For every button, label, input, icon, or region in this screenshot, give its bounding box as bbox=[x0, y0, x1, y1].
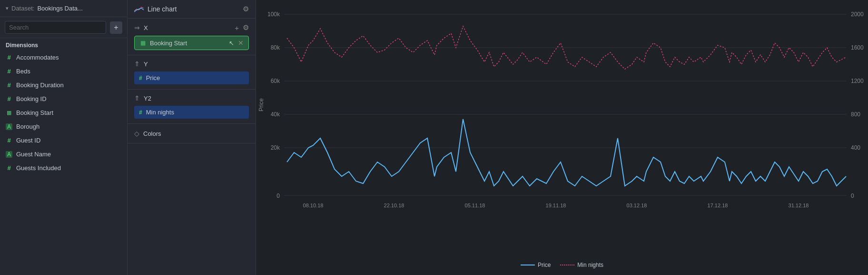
svg-text:400: 400 bbox=[851, 144, 860, 151]
list-item[interactable]: # Accommodates bbox=[0, 51, 127, 64]
hash-icon: # bbox=[6, 137, 12, 144]
x-field-label: Booking Start bbox=[150, 40, 225, 47]
dim-item-label: Booking Start bbox=[16, 109, 53, 116]
calendar-icon: ▦ bbox=[139, 40, 146, 46]
svg-text:22.10.18: 22.10.18 bbox=[384, 203, 404, 208]
y-field-chip[interactable]: # Price bbox=[134, 71, 249, 84]
svg-text:19.11.18: 19.11.18 bbox=[546, 203, 566, 208]
hash-icon: # bbox=[139, 75, 142, 81]
y2-field-chip[interactable]: # Min nights bbox=[134, 106, 249, 119]
y2-axis-header: ⇑ Y2 bbox=[134, 94, 249, 102]
x-axis-header: ⇒ X + ⚙ bbox=[134, 23, 249, 32]
y-field-label: Price bbox=[146, 74, 244, 81]
y2-field-label: Min nights bbox=[146, 109, 244, 116]
chart-title: Line chart bbox=[148, 5, 239, 13]
list-item[interactable]: A Guest Name bbox=[0, 147, 127, 161]
dataset-name: Bookings Data... bbox=[37, 5, 82, 12]
hash-icon: # bbox=[6, 68, 12, 75]
list-item[interactable]: # Booking ID bbox=[0, 92, 127, 106]
y-axis-header: ⇑ Y bbox=[134, 60, 249, 68]
list-item[interactable]: # Beds bbox=[0, 64, 127, 78]
dim-item-label: Borough bbox=[16, 123, 39, 130]
svg-text:Price: Price bbox=[258, 98, 265, 112]
dataset-header: ▾ Dataset: Bookings Data... bbox=[0, 0, 127, 17]
hash-icon: # bbox=[6, 164, 12, 172]
chart-header: Line chart ⚙ bbox=[128, 0, 256, 19]
svg-text:1600: 1600 bbox=[851, 44, 864, 51]
x-axis-section: ⇒ X + ⚙ ▦ Booking Start ↖ ✕ bbox=[128, 19, 256, 55]
svg-text:2000: 2000 bbox=[851, 11, 864, 18]
list-item[interactable]: A Borough bbox=[0, 120, 127, 133]
svg-text:40k: 40k bbox=[271, 111, 280, 118]
legend-min-nights-line bbox=[560, 265, 574, 265]
left-panel: ▾ Dataset: Bookings Data... + Dimensions… bbox=[0, 0, 128, 275]
svg-text:800: 800 bbox=[851, 111, 860, 118]
x-field-chip[interactable]: ▦ Booking Start ↖ ✕ bbox=[134, 36, 249, 50]
dim-item-label: Guest Name bbox=[16, 151, 51, 158]
cursor-icon: ↖ bbox=[229, 40, 234, 47]
y-axis-label: Y bbox=[144, 61, 249, 68]
dimensions-list: # Accommodates # Beds # Booking Duration… bbox=[0, 51, 127, 175]
svg-rect-0 bbox=[256, 0, 868, 275]
colors-section[interactable]: ◇ Colors bbox=[128, 124, 256, 143]
legend-min-nights: Min nights bbox=[560, 262, 603, 268]
calendar-icon: ▦ bbox=[6, 110, 12, 116]
middle-panel: Line chart ⚙ ⇒ X + ⚙ ▦ Booking Start ↖ ✕… bbox=[128, 0, 256, 275]
x-axis-label: X bbox=[144, 24, 231, 31]
svg-text:80k: 80k bbox=[271, 44, 280, 51]
legend-price-line bbox=[521, 265, 535, 265]
text-icon: A bbox=[6, 123, 12, 130]
list-item[interactable]: # Guests Included bbox=[0, 161, 127, 175]
svg-text:60k: 60k bbox=[271, 78, 280, 84]
dim-item-label: Beds bbox=[16, 68, 30, 75]
svg-text:31.12.18: 31.12.18 bbox=[789, 203, 809, 208]
svg-text:05.11.18: 05.11.18 bbox=[465, 203, 485, 208]
list-item[interactable]: # Guest ID bbox=[0, 133, 127, 147]
svg-text:100k: 100k bbox=[267, 11, 280, 18]
dataset-label: Dataset: bbox=[11, 5, 34, 12]
y2-axis-label: Y2 bbox=[144, 95, 249, 102]
chart-settings-button[interactable]: ⚙ bbox=[243, 5, 249, 13]
legend-price: Price bbox=[521, 262, 551, 268]
chart-legend: Price Min nights bbox=[521, 262, 603, 268]
svg-text:03.12.18: 03.12.18 bbox=[627, 203, 647, 208]
search-input[interactable] bbox=[5, 21, 106, 34]
dim-item-label: Booking ID bbox=[16, 95, 47, 102]
list-item[interactable]: ▦ Booking Start bbox=[0, 106, 127, 120]
dimensions-section-label: Dimensions bbox=[0, 38, 127, 51]
line-chart-icon bbox=[134, 5, 144, 13]
text-icon: A bbox=[6, 151, 12, 158]
svg-text:0: 0 bbox=[276, 193, 280, 199]
dim-item-label: Accommodates bbox=[16, 54, 59, 61]
y2-axis-section: ⇑ Y2 # Min nights bbox=[128, 90, 256, 124]
y-axis-arrow-icon: ⇑ bbox=[134, 60, 140, 68]
search-row: + bbox=[0, 17, 127, 38]
y2-axis-arrow-icon: ⇑ bbox=[134, 94, 140, 102]
dim-item-label: Guests Included bbox=[16, 164, 61, 172]
dim-item-label: Guest ID bbox=[16, 137, 40, 144]
hash-icon: # bbox=[6, 81, 12, 89]
hash-icon: # bbox=[6, 54, 12, 61]
x-field-remove-button[interactable]: ✕ bbox=[238, 39, 244, 47]
svg-text:17.12.18: 17.12.18 bbox=[708, 203, 728, 208]
x-axis-settings-button[interactable]: ⚙ bbox=[243, 23, 249, 32]
y-axis-section: ⇑ Y # Price bbox=[128, 55, 256, 90]
legend-min-nights-label: Min nights bbox=[577, 262, 603, 268]
hash-icon: # bbox=[139, 109, 142, 116]
dim-item-label: Booking Duration bbox=[16, 81, 64, 89]
hash-icon: # bbox=[6, 95, 12, 102]
add-dimension-button[interactable]: + bbox=[110, 21, 122, 34]
svg-text:08.10.18: 08.10.18 bbox=[303, 203, 324, 208]
list-item[interactable]: # Booking Duration bbox=[0, 78, 127, 92]
chevron-down-icon: ▾ bbox=[6, 5, 9, 11]
legend-price-label: Price bbox=[538, 262, 551, 268]
line-chart-svg: 100k 80k 60k 40k 20k 0 2000 1600 1200 80… bbox=[256, 0, 868, 275]
svg-text:1200: 1200 bbox=[851, 78, 864, 84]
chart-area: 100k 80k 60k 40k 20k 0 2000 1600 1200 80… bbox=[256, 0, 868, 275]
x-axis-arrow-icon: ⇒ bbox=[134, 24, 140, 31]
colors-label: Colors bbox=[143, 130, 161, 137]
svg-text:20k: 20k bbox=[271, 144, 280, 151]
colors-icon: ◇ bbox=[134, 130, 139, 137]
x-axis-add-button[interactable]: + bbox=[235, 24, 239, 32]
svg-text:0: 0 bbox=[851, 193, 854, 199]
